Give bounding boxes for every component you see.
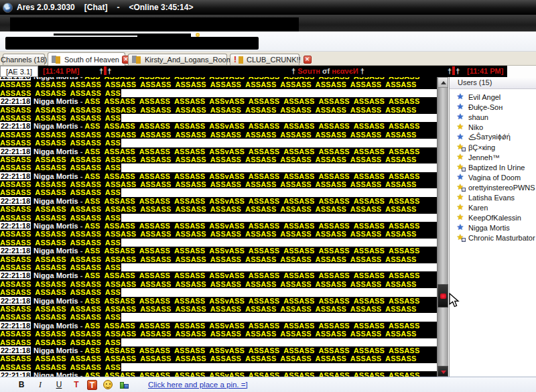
room-header-bar: [AE 3.1] [11:41 PM] †† † Sσuтн σf нєανєИ… [0,66,536,77]
message-line-1: 22:21:18Nigga Mortis-ASS ASSASS ASSASS A… [0,122,437,130]
user-item[interactable]: ★ Jenneh™ [450,152,536,162]
chat-log: 22:21:18Nigga Mortis-ASS ASSASS ASSASS A… [0,77,437,377]
message-timestamp: 22:21:18 [0,77,31,80]
message-line-1: 22:21:18Nigga Mortis-ASS ASSASS ASSASS A… [0,247,437,255]
user-item[interactable]: ★ Karen [450,202,536,212]
message-timestamp: 22:21:18 [0,371,31,377]
message-line-1: 22:21:18Nigga Mortis-ASS ASSASS ASSASS A… [0,97,437,105]
user-item[interactable]: ★ shaun [450,112,536,122]
user-star-icon: ★ [456,223,465,232]
user-item[interactable]: ★ Vagina of Doom [450,172,536,182]
message-line-3: ASSASS ASSASS ASSASS ASS [0,139,437,147]
chat-message: 22:21:18Nigga Mortis-ASS ASSASS ASSASS A… [0,77,437,97]
place-pin-icon[interactable] [119,380,129,389]
message-nick: Nigga Mortis [31,297,80,305]
user-item[interactable]: ★ orettyinstereoPWNS [450,182,536,192]
user-item[interactable]: ★ Nigga Mortis [450,222,536,233]
tab-channels[interactable]: Channels (18) [3,54,45,65]
user-name: orettyinstereoPWNS [468,184,535,192]
message-text: ASS ASSASS ASSASS ASSASS ASSvASS ASSASS … [84,197,419,205]
message-line-3: ASSASS ASSASS ASSASS ASS [0,313,437,321]
message-text: ASSASS ASSASS ASSASS ASS [0,263,121,271]
tab-club-crunk[interactable]: ! CLUB_CRUNK!! ✕ [230,54,299,65]
underline-button[interactable]: U [52,380,66,389]
message-text: ASS ASSASS ASSASS ASSASS ASSvASS ASSASS … [84,322,419,330]
message-line-1: 22:21:18Nigga Mortis-ASS ASSASS ASSASS A… [0,172,437,180]
user-item[interactable]: ★ ڪŜатуяіϕǿή [450,132,536,142]
place-pin-link[interactable]: Click here and place a pin. =] [148,381,248,389]
message-line-2: ASSASS ASSASS ASSASS ASSASS ASSASS ASSAS… [0,305,437,313]
message-nick: Nigga Mortis [31,322,80,330]
message-nick: Nigga Mortis [31,172,80,180]
user-star-icon: ★ [456,163,465,172]
message-nick: Nigga Mortis [31,77,80,80]
titlebar-separator: - [117,3,119,12]
message-line-2: ASSASS ASSASS ASSASS ASSASS ASSASS ASSAS… [0,205,437,213]
window-titlebar: Ares 2.0.9.3030 [Chat] - <Online 3:45:14… [0,0,536,15]
message-line-2: ASSASS ASSASS ASSASS ASSASS ASSASS ASSAS… [0,131,437,139]
message-text: ASSASS ASSASS ASSASS ASS [0,363,121,371]
message-line-1: 22:21:18Nigga Mortis-ASS ASSASS ASSASS A… [0,222,437,230]
user-star-icon: ★ [456,133,465,141]
message-timestamp: 22:21:18 [0,97,31,105]
room-time-left: [11:41 PM] [43,67,79,75]
tab-label: Kirsty_And_Logans_Room [145,56,232,64]
message-text: ASS ASSASS ASSASS ASSASS ASSvASS ASSASS … [84,371,419,377]
message-text: ASSASS ASSASS ASSASS ASS [0,288,121,296]
message-timestamp: 22:21:18 [0,346,31,354]
user-star-icon: ★ [456,92,465,101]
user-item[interactable]: ★ KeepOfKalessin [450,212,536,222]
user-star-icon: ★ [456,183,465,192]
message-text: ASS ASSASS ASSASS ASSASS ASSvASS ASSASS … [84,172,419,180]
user-item[interactable]: ★ Evil Angel [450,92,536,102]
bold-button[interactable]: B [15,380,28,389]
user-name: Jenneh™ [468,153,500,161]
message-line-2: ASSASS ASSASS ASSASS ASSASS ASSASS ASSAS… [0,230,437,238]
scrollbar-up-button[interactable] [438,77,448,88]
tab-kirsty-and-logans-room[interactable]: Kirsty_And_Logans_Room ✕ [128,54,227,65]
user-name: Karen [468,204,488,212]
cross-ornament-left: †† [99,66,111,75]
message-nick: Nigga Mortis [31,222,80,230]
tab-south-of-heaven[interactable]: South of Heaven ✕ [48,52,125,66]
message-line-2: ASSASS ASSASS ASSASS ASSASS ASSASS ASSAS… [0,280,437,288]
user-name: βÇ×кing [468,143,495,151]
scrollbar-down-button[interactable] [438,366,448,377]
message-timestamp: 22:21:18 [0,271,31,279]
chat-message: 22:21:18Nigga Mortis-ASS ASSASS ASSASS A… [0,346,437,371]
tab-label: CLUB_CRUNK!! [247,56,301,64]
message-text: ASS ASSASS ASSASS ASSASS ASSvASS ASSASS … [84,77,419,80]
message-line-1: 22:21:18Nigga Mortis-ASS ASSASS ASSASS A… [0,271,437,279]
user-item[interactable]: ★ Chronic Masturbator [450,233,536,243]
user-item[interactable]: ★ Latisha Evans [450,192,536,202]
user-item[interactable]: ★ Niko [450,122,536,132]
tab-bar: Channels (18) South of Heaven ✕ Kirsty_A… [0,52,536,66]
user-name: Evil Angel [468,93,500,101]
italic-button[interactable]: I [34,380,47,390]
alert-chatroom-icon: ! [234,56,244,64]
user-item[interactable]: ★ Baptized In Urine [450,162,536,172]
message-nick: Nigga Mortis [31,122,80,130]
close-tab-icon[interactable]: ✕ [304,56,312,64]
user-item[interactable]: ★ Đułçe-Sон [450,102,536,112]
text-color-button[interactable]: T [70,380,83,389]
message-text: ASSASS ASSASS ASSASS ASS [0,338,121,346]
scrollbar-thumb[interactable] [438,284,448,308]
chatroom-icon [52,56,62,64]
chatroom-icon [132,56,142,64]
client-version-badge: [AE 3.1] [0,66,38,77]
message-line-3: ASSASS ASSASS ASSASS ASS [0,188,437,196]
message-text: ASSASS ASSASS ASSASS ASS [0,114,121,122]
chat-message: 22:21:18Nigga Mortis-ASS ASSASS ASSASS A… [0,247,437,271]
emoticon-button[interactable] [103,380,113,389]
message-line-3: ASSASS ASSASS ASSASS ASS [0,363,437,371]
room-title: † Sσuтн σf нєανєИ † [291,67,364,75]
message-line-3: ASSASS ASSASS ASSASS ASS [0,288,437,296]
message-timestamp: 22:21:18 [0,247,31,255]
message-text: ASS ASSASS ASSASS ASSASS ASSvASS ASSASS … [84,346,419,354]
chat-scrollbar[interactable] [437,77,448,377]
background-color-button[interactable]: T [87,380,97,390]
titlebar-app-name: Ares 2.0.9.3030 [17,3,75,12]
user-item[interactable]: ★ βÇ×кing [450,142,536,152]
message-timestamp: 22:21:18 [0,197,31,205]
